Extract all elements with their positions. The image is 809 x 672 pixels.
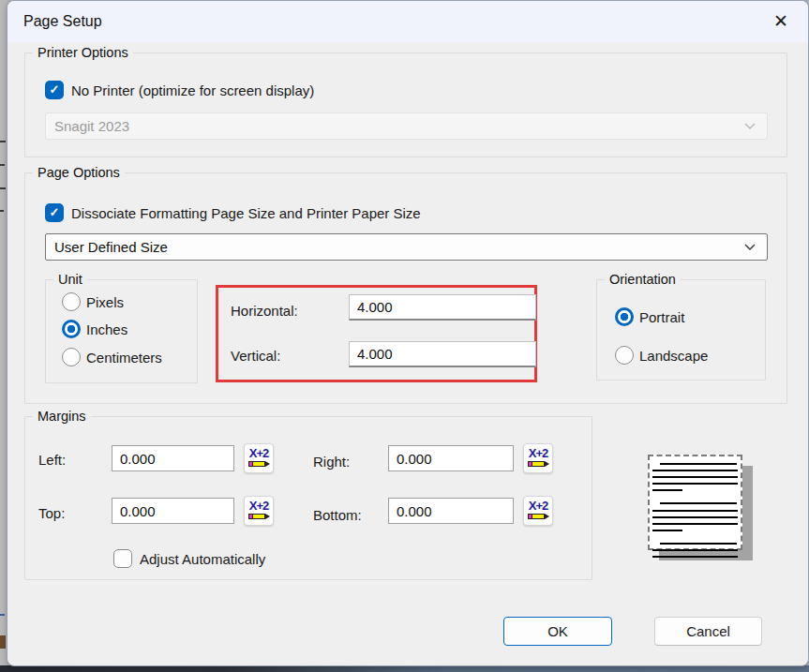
margins-legend: Margins bbox=[33, 409, 91, 424]
page-options-legend: Page Options bbox=[33, 165, 125, 180]
title-bar: Page Setup ✕ bbox=[7, 1, 808, 42]
margin-top-formula-button[interactable]: X+2 bbox=[244, 496, 274, 526]
unit-centimeters-label: Centimeters bbox=[86, 350, 162, 366]
background-artifact bbox=[0, 614, 5, 616]
no-printer-label: No Printer (optimize for screen display) bbox=[71, 82, 314, 98]
margin-top-input[interactable] bbox=[112, 498, 234, 524]
dissociate-checkbox[interactable]: ✓ bbox=[45, 203, 64, 222]
formula-icon: X+2 bbox=[245, 500, 273, 512]
background-window-bottom-bar bbox=[0, 665, 809, 672]
checkmark-icon: ✓ bbox=[50, 82, 60, 97]
dialog-title: Page Setup bbox=[23, 1, 102, 42]
formula-icon: X+2 bbox=[524, 447, 552, 459]
ok-button[interactable]: OK bbox=[503, 617, 612, 646]
unit-legend: Unit bbox=[53, 272, 87, 287]
no-printer-checkbox[interactable]: ✓ bbox=[45, 81, 64, 99]
background-artifact bbox=[0, 164, 5, 166]
checkmark-icon: ✓ bbox=[50, 205, 60, 219]
unit-inches-radio[interactable] bbox=[62, 320, 81, 338]
unit-pixels-radio[interactable] bbox=[62, 292, 81, 311]
pencil-icon bbox=[524, 514, 552, 519]
orientation-legend: Orientation bbox=[605, 272, 681, 287]
printer-options-legend: Printer Options bbox=[33, 45, 133, 60]
pencil-icon bbox=[524, 461, 552, 467]
margin-left-label: Left: bbox=[38, 452, 66, 468]
pencil-icon bbox=[245, 461, 273, 467]
page-size-select[interactable]: User Defined Size bbox=[45, 233, 768, 261]
vertical-input[interactable] bbox=[349, 341, 536, 367]
page-size-select-value: User Defined Size bbox=[54, 239, 168, 255]
margin-right-input[interactable] bbox=[388, 445, 514, 471]
orientation-group: Orientation bbox=[596, 279, 766, 381]
vertical-label: Vertical: bbox=[231, 348, 280, 364]
page-preview bbox=[648, 455, 742, 550]
margin-left-formula-button[interactable]: X+2 bbox=[244, 443, 274, 473]
background-artifact bbox=[0, 210, 4, 212]
printer-select-value: Snagit 2023 bbox=[54, 118, 129, 134]
margin-right-label: Right: bbox=[313, 454, 350, 470]
orientation-landscape-radio[interactable] bbox=[615, 346, 634, 365]
page-setup-dialog: Page Setup ✕ Printer Options ✓ No Printe… bbox=[7, 0, 809, 666]
margin-bottom-input[interactable] bbox=[388, 498, 514, 524]
unit-centimeters-radio[interactable] bbox=[62, 348, 81, 366]
printer-options-group: Printer Options bbox=[24, 52, 787, 157]
chevron-down-icon bbox=[744, 123, 756, 130]
adjust-automatically-label: Adjust Automatically bbox=[140, 551, 265, 567]
chevron-down-icon bbox=[744, 244, 756, 251]
dissociate-label: Dissociate Formatting Page Size and Prin… bbox=[71, 205, 421, 221]
background-artifact bbox=[0, 635, 6, 649]
margin-left-input[interactable] bbox=[112, 445, 234, 471]
printer-select[interactable]: Snagit 2023 bbox=[45, 112, 768, 140]
margin-bottom-label: Bottom: bbox=[313, 507, 362, 523]
horizontal-label: Horizontal: bbox=[231, 303, 298, 319]
close-icon[interactable]: ✕ bbox=[765, 8, 797, 35]
unit-inches-label: Inches bbox=[86, 321, 127, 337]
adjust-automatically-checkbox[interactable] bbox=[113, 549, 132, 568]
margin-right-formula-button[interactable]: X+2 bbox=[523, 443, 553, 473]
formula-icon: X+2 bbox=[524, 500, 552, 512]
pencil-icon bbox=[245, 514, 273, 519]
cancel-button[interactable]: Cancel bbox=[654, 617, 762, 646]
background-artifact bbox=[0, 141, 6, 142]
margin-bottom-formula-button[interactable]: X+2 bbox=[523, 496, 553, 526]
margin-top-label: Top: bbox=[38, 505, 65, 521]
formula-icon: X+2 bbox=[245, 447, 273, 459]
background-artifact bbox=[0, 187, 6, 189]
horizontal-input[interactable] bbox=[349, 294, 536, 321]
orientation-landscape-label: Landscape bbox=[639, 348, 708, 364]
screen: Page Setup ✕ Printer Options ✓ No Printe… bbox=[0, 0, 809, 672]
orientation-portrait-radio[interactable] bbox=[615, 307, 634, 326]
orientation-portrait-label: Portrait bbox=[639, 309, 684, 325]
unit-pixels-label: Pixels bbox=[86, 294, 124, 310]
